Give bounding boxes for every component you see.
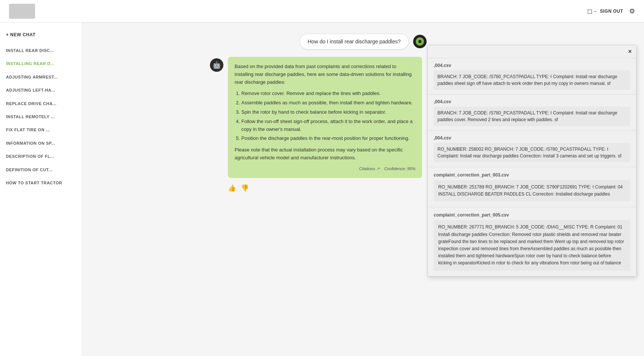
ai-message-bubble: Based on the provided data from past com… — [228, 57, 422, 178]
citation-filename-5: complaint_correction_part_005.csv — [434, 212, 630, 218]
citations-panel: × ,004.csv BRANCH: 7 JOB_CODE: /S780_PCA… — [427, 45, 637, 277]
ai-footer: Citations ↗ Confidence: 95% — [235, 166, 415, 172]
sidebar-item-label: HOW TO START TRACTOR — [6, 181, 62, 185]
sidebar-item-installing-rear-d[interactable]: INSTALLING REAR D... — [0, 57, 82, 70]
settings-icon[interactable]: ⚙ — [629, 7, 635, 15]
citation-text-4: RO_NUMBER: 251789 RO_BRANCH: 7 JOB_CODE:… — [434, 180, 630, 202]
avatar-inner — [416, 37, 424, 46]
citation-item-3: ,004.csv RO_NUMBER: 258002 RO_BRANCH: 7 … — [428, 131, 636, 167]
new-chat-button[interactable]: + NEW CHAT — [0, 28, 82, 41]
logo — [9, 4, 35, 19]
sidebar-item-label: ADJUSTING LEFT-HA... — [6, 88, 55, 92]
layout: + NEW CHAT INSTALL REAR DISC... INSTALLI… — [0, 0, 644, 356]
sidebar-item-label: INFORMATION ON SP... — [6, 141, 55, 145]
citations-header: × — [428, 45, 636, 58]
citation-item-4: complaint_correction_part_003.csv RO_NUM… — [428, 167, 636, 207]
sidebar-item-information-on-sp[interactable]: INFORMATION ON SP... — [0, 137, 82, 150]
new-chat-label: + NEW CHAT — [6, 32, 35, 37]
ai-avatar: 🤖 — [210, 58, 223, 72]
sidebar-item-adjusting-left-ha[interactable]: ADJUSTING LEFT-HA... — [0, 84, 82, 97]
avatar-dot — [418, 40, 421, 43]
sidebar-item-replace-drive-cha[interactable]: REPLACE DRIVE CHA... — [0, 97, 82, 110]
thumbs-up-button[interactable]: 👍 — [228, 184, 236, 192]
sidebar-item-install-remotely[interactable]: INSTALL REMOTELY ... — [0, 110, 82, 123]
robot-icon: 🤖 — [213, 61, 221, 69]
sidebar-item-definition-of-cut[interactable]: DEFINITION OF CUT... — [0, 163, 82, 177]
citation-text-2: BRANCH: 7 JOB_CODE: /S780_PCASTPADALL TY… — [434, 107, 630, 126]
close-citations-button[interactable]: × — [628, 48, 632, 55]
ai-disclaimer-text: Please note that the actual installation… — [235, 146, 415, 162]
citation-filename-4: complaint_correction_part_003.csv — [434, 172, 630, 178]
citation-filename-1: ,004.csv — [434, 63, 630, 68]
header-right: ⬚→ SIGN OUT ⚙ — [587, 7, 635, 15]
ai-steps-list: Remove rotor cover. Remove and replace t… — [235, 90, 415, 142]
ai-intro-text: Based on the provided data from past com… — [235, 63, 415, 86]
sidebar-item-label: INSTALLING REAR D... — [6, 61, 55, 66]
sidebar-item-label: INSTALL REMOTELY ... — [6, 114, 55, 119]
sign-out-button[interactable]: ⬚→ SIGN OUT — [587, 8, 623, 14]
sidebar: + NEW CHAT INSTALL REAR DISC... INSTALLI… — [0, 22, 82, 356]
sidebar-item-label: DEFINITION OF CUT... — [6, 168, 52, 172]
ai-step-3: Spin the rotor by hand to check balance … — [241, 108, 415, 116]
citation-filename-3: ,004.csv — [434, 135, 630, 141]
sidebar-item-adjusting-armrest[interactable]: ADJUSTING ARMREST... — [0, 71, 82, 84]
citation-item-5: complaint_correction_part_005.csv RO_NUM… — [428, 207, 636, 276]
citations-link[interactable]: Citations ↗ — [359, 166, 380, 172]
avatar — [413, 35, 427, 48]
sign-out-label: SIGN OUT — [600, 9, 623, 14]
user-message-bubble: How do I install rear discharge paddles? — [300, 34, 408, 49]
sidebar-item-label: DESCRIPTION OF FL... — [6, 154, 54, 159]
sidebar-item-description-of-fl[interactable]: DESCRIPTION OF FL... — [0, 150, 82, 163]
citation-text-5: RO_NUMBER: 267771 RO_BRANCH: 5 JOB_CODE:… — [434, 220, 630, 270]
citation-filename-2: ,004.csv — [434, 99, 630, 104]
user-message-text: How do I install rear discharge paddles? — [307, 39, 400, 44]
sidebar-item-how-to-start-tractor[interactable]: HOW TO START TRACTOR — [0, 177, 82, 190]
sidebar-item-label: REPLACE DRIVE CHA... — [6, 101, 56, 106]
sidebar-item-label: ADJUSTING ARMREST... — [6, 75, 58, 79]
ai-step-5: Position the discharge paddles in the re… — [241, 135, 415, 142]
sidebar-item-fix-flat-tire-on[interactable]: FIX FLAT TIRE ON ... — [0, 123, 82, 136]
citation-item-1: ,004.csv BRANCH: 7 JOB_CODE: /S780_PCAST… — [428, 58, 636, 95]
thumbs-down-button[interactable]: 👎 — [241, 184, 249, 192]
sign-out-icon: ⬚→ — [587, 8, 598, 14]
citation-text-3: RO_NUMBER: 258002 RO_BRANCH: 7 JOB_CODE:… — [434, 143, 630, 162]
ai-step-4: Follow the run-off sheet sign-off proces… — [241, 118, 415, 134]
ai-step-2: Assemble paddles as much as possible, th… — [241, 99, 415, 107]
main-content: How do I install rear discharge paddles?… — [82, 22, 644, 356]
sidebar-item-install-rear-disc[interactable]: INSTALL REAR DISC... — [0, 44, 82, 57]
sidebar-item-label: FIX FLAT TIRE ON ... — [6, 128, 50, 132]
header: ⬚→ SIGN OUT ⚙ — [0, 0, 644, 22]
sidebar-item-label: INSTALL REAR DISC... — [6, 48, 54, 53]
confidence-badge: Confidence: 95% — [384, 166, 415, 172]
ai-step-1: Remove rotor cover. Remove and replace t… — [241, 90, 415, 98]
citation-text-1: BRANCH: 7 JOB_CODE: /S780_PCASTPADALL TY… — [434, 70, 630, 90]
citation-item-2: ,004.csv BRANCH: 7 JOB_CODE: /S780_PCAST… — [428, 95, 636, 131]
